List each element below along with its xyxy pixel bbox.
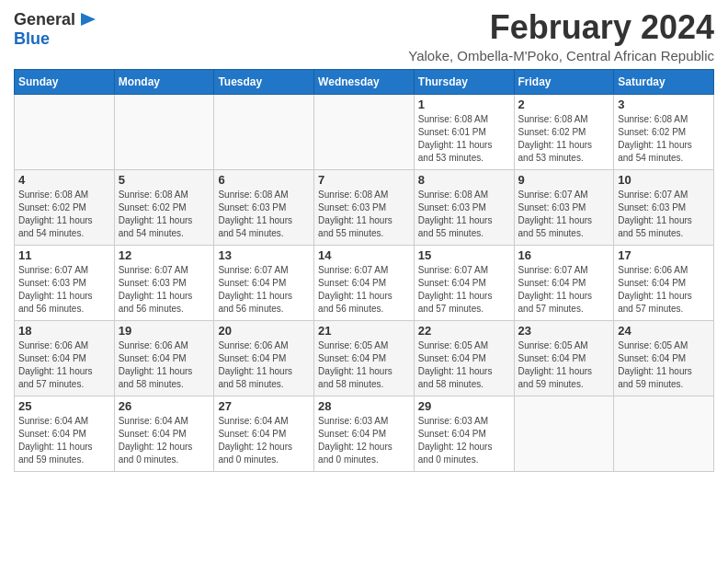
day-info: Sunrise: 6:03 AM Sunset: 6:04 PM Dayligh… — [318, 415, 410, 466]
calendar-cell: 12Sunrise: 6:07 AM Sunset: 6:03 PM Dayli… — [114, 245, 214, 320]
calendar-cell: 29Sunrise: 6:03 AM Sunset: 6:04 PM Dayli… — [414, 396, 514, 471]
day-number: 9 — [518, 173, 610, 187]
calendar-cell: 27Sunrise: 6:04 AM Sunset: 6:04 PM Dayli… — [214, 396, 314, 471]
day-number: 16 — [518, 248, 610, 262]
calendar-cell: 10Sunrise: 6:07 AM Sunset: 6:03 PM Dayli… — [614, 169, 714, 245]
calendar-cell — [514, 396, 614, 471]
day-info: Sunrise: 6:05 AM Sunset: 6:04 PM Dayligh… — [418, 339, 510, 391]
calendar-table: SundayMondayTuesdayWednesdayThursdayFrid… — [14, 69, 714, 472]
calendar-cell: 9Sunrise: 6:07 AM Sunset: 6:03 PM Daylig… — [514, 169, 614, 245]
day-number: 12 — [119, 248, 210, 262]
day-number: 7 — [318, 173, 410, 187]
calendar-cell: 1Sunrise: 6:08 AM Sunset: 6:01 PM Daylig… — [414, 94, 514, 169]
day-info: Sunrise: 6:07 AM Sunset: 6:03 PM Dayligh… — [518, 189, 610, 240]
calendar-cell: 11Sunrise: 6:07 AM Sunset: 6:03 PM Dayli… — [15, 245, 115, 320]
day-number: 29 — [418, 399, 510, 413]
calendar-cell: 4Sunrise: 6:08 AM Sunset: 6:02 PM Daylig… — [15, 169, 115, 245]
weekday-header-thursday: Thursday — [414, 69, 514, 94]
day-number: 14 — [318, 248, 410, 262]
day-number: 27 — [218, 399, 310, 413]
calendar-cell: 8Sunrise: 6:08 AM Sunset: 6:03 PM Daylig… — [414, 169, 514, 245]
day-number: 28 — [318, 399, 410, 413]
day-info: Sunrise: 6:08 AM Sunset: 6:02 PM Dayligh… — [18, 189, 110, 240]
day-number: 17 — [618, 248, 710, 262]
calendar-cell: 21Sunrise: 6:05 AM Sunset: 6:04 PM Dayli… — [314, 320, 415, 396]
day-number: 21 — [318, 324, 410, 338]
day-info: Sunrise: 6:04 AM Sunset: 6:04 PM Dayligh… — [218, 415, 310, 466]
weekday-header-saturday: Saturday — [614, 69, 714, 94]
calendar-cell: 24Sunrise: 6:05 AM Sunset: 6:04 PM Dayli… — [614, 320, 714, 396]
day-info: Sunrise: 6:04 AM Sunset: 6:04 PM Dayligh… — [18, 415, 110, 466]
calendar-week-row: 1Sunrise: 6:08 AM Sunset: 6:01 PM Daylig… — [15, 94, 714, 169]
calendar-cell: 3Sunrise: 6:08 AM Sunset: 6:02 PM Daylig… — [614, 94, 714, 169]
calendar-cell: 14Sunrise: 6:07 AM Sunset: 6:04 PM Dayli… — [314, 245, 415, 320]
calendar-week-row: 25Sunrise: 6:04 AM Sunset: 6:04 PM Dayli… — [15, 396, 714, 471]
calendar-cell: 5Sunrise: 6:08 AM Sunset: 6:02 PM Daylig… — [114, 169, 214, 245]
day-number: 20 — [218, 324, 310, 338]
calendar-cell: 2Sunrise: 6:08 AM Sunset: 6:02 PM Daylig… — [514, 94, 614, 169]
calendar-cell: 15Sunrise: 6:07 AM Sunset: 6:04 PM Dayli… — [414, 245, 514, 320]
weekday-header-friday: Friday — [514, 69, 614, 94]
calendar-cell: 16Sunrise: 6:07 AM Sunset: 6:04 PM Dayli… — [514, 245, 614, 320]
day-info: Sunrise: 6:08 AM Sunset: 6:03 PM Dayligh… — [318, 189, 410, 240]
calendar-cell: 7Sunrise: 6:08 AM Sunset: 6:03 PM Daylig… — [314, 169, 415, 245]
day-info: Sunrise: 6:05 AM Sunset: 6:04 PM Dayligh… — [618, 339, 710, 391]
day-number: 4 — [18, 173, 110, 187]
logo-blue: Blue — [14, 29, 50, 48]
calendar-cell: 26Sunrise: 6:04 AM Sunset: 6:04 PM Dayli… — [114, 396, 214, 471]
weekday-header-tuesday: Tuesday — [214, 69, 314, 94]
logo-icon — [77, 9, 97, 29]
day-number: 10 — [618, 173, 710, 187]
day-info: Sunrise: 6:07 AM Sunset: 6:04 PM Dayligh… — [518, 264, 610, 316]
day-number: 18 — [18, 324, 110, 338]
calendar-cell: 6Sunrise: 6:08 AM Sunset: 6:03 PM Daylig… — [214, 169, 314, 245]
day-info: Sunrise: 6:07 AM Sunset: 6:03 PM Dayligh… — [18, 264, 110, 316]
calendar-cell: 28Sunrise: 6:03 AM Sunset: 6:04 PM Dayli… — [314, 396, 415, 471]
weekday-header-row: SundayMondayTuesdayWednesdayThursdayFrid… — [15, 69, 714, 94]
calendar-cell: 20Sunrise: 6:06 AM Sunset: 6:04 PM Dayli… — [214, 320, 314, 396]
day-info: Sunrise: 6:08 AM Sunset: 6:02 PM Dayligh… — [119, 189, 210, 240]
day-info: Sunrise: 6:07 AM Sunset: 6:04 PM Dayligh… — [318, 264, 410, 316]
day-number: 23 — [518, 324, 610, 338]
day-info: Sunrise: 6:05 AM Sunset: 6:04 PM Dayligh… — [518, 339, 610, 391]
day-number: 25 — [18, 399, 110, 413]
day-number: 13 — [218, 248, 310, 262]
calendar-cell: 17Sunrise: 6:06 AM Sunset: 6:04 PM Dayli… — [614, 245, 714, 320]
day-number: 6 — [218, 173, 310, 187]
day-info: Sunrise: 6:07 AM Sunset: 6:03 PM Dayligh… — [618, 189, 710, 240]
calendar-cell: 13Sunrise: 6:07 AM Sunset: 6:04 PM Dayli… — [214, 245, 314, 320]
calendar-cell: 25Sunrise: 6:04 AM Sunset: 6:04 PM Dayli… — [15, 396, 115, 471]
location-subtitle: Yaloke, Ombella-M'Poko, Central African … — [116, 48, 714, 63]
day-number: 5 — [119, 173, 210, 187]
day-number: 22 — [418, 324, 510, 338]
calendar-week-row: 4Sunrise: 6:08 AM Sunset: 6:02 PM Daylig… — [15, 169, 714, 245]
day-number: 2 — [518, 98, 610, 111]
day-number: 1 — [418, 98, 510, 111]
day-number: 3 — [618, 98, 710, 111]
day-info: Sunrise: 6:08 AM Sunset: 6:03 PM Dayligh… — [218, 189, 310, 240]
day-number: 19 — [119, 324, 210, 338]
day-info: Sunrise: 6:06 AM Sunset: 6:04 PM Dayligh… — [18, 339, 110, 391]
day-number: 8 — [418, 173, 510, 187]
calendar-cell — [314, 94, 415, 169]
day-info: Sunrise: 6:06 AM Sunset: 6:04 PM Dayligh… — [218, 339, 310, 391]
day-info: Sunrise: 6:03 AM Sunset: 6:04 PM Dayligh… — [418, 415, 510, 466]
day-number: 11 — [18, 248, 110, 262]
calendar-cell: 22Sunrise: 6:05 AM Sunset: 6:04 PM Dayli… — [414, 320, 514, 396]
calendar-cell — [614, 396, 714, 471]
day-number: 26 — [119, 399, 210, 413]
calendar-cell: 19Sunrise: 6:06 AM Sunset: 6:04 PM Dayli… — [114, 320, 214, 396]
weekday-header-monday: Monday — [114, 69, 214, 94]
day-number: 15 — [418, 248, 510, 262]
calendar-week-row: 18Sunrise: 6:06 AM Sunset: 6:04 PM Dayli… — [15, 320, 714, 396]
calendar-cell: 18Sunrise: 6:06 AM Sunset: 6:04 PM Dayli… — [15, 320, 115, 396]
logo-general: General — [14, 10, 75, 29]
day-info: Sunrise: 6:07 AM Sunset: 6:04 PM Dayligh… — [218, 264, 310, 316]
day-info: Sunrise: 6:07 AM Sunset: 6:03 PM Dayligh… — [119, 264, 210, 316]
weekday-header-sunday: Sunday — [15, 69, 115, 94]
day-info: Sunrise: 6:05 AM Sunset: 6:04 PM Dayligh… — [318, 339, 410, 391]
day-info: Sunrise: 6:08 AM Sunset: 6:01 PM Dayligh… — [418, 113, 510, 165]
day-info: Sunrise: 6:07 AM Sunset: 6:04 PM Dayligh… — [418, 264, 510, 316]
day-info: Sunrise: 6:08 AM Sunset: 6:03 PM Dayligh… — [418, 189, 510, 240]
day-info: Sunrise: 6:04 AM Sunset: 6:04 PM Dayligh… — [119, 415, 210, 466]
